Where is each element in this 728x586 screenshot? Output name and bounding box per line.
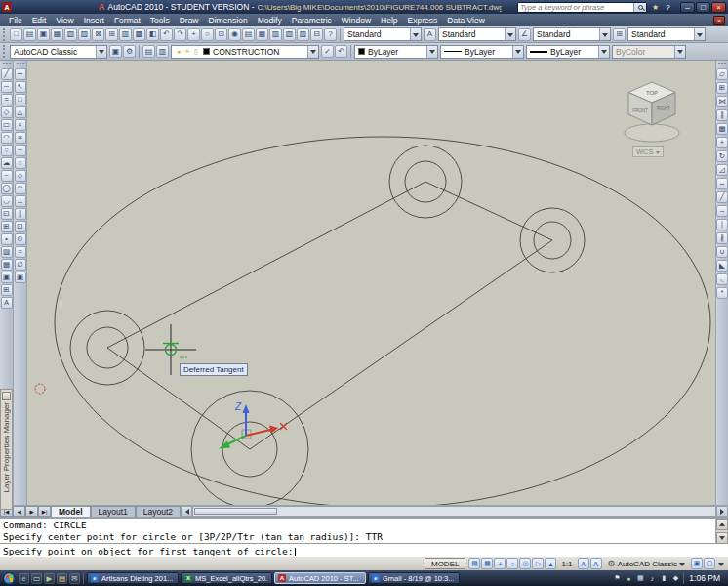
copy-icon[interactable]: ⊞ [716,82,728,94]
snap-node-icon[interactable]: ⊙ [15,233,26,245]
volume-icon[interactable]: ♪ [647,573,657,583]
quick-view-layouts-icon[interactable]: ▤ [468,558,480,569]
pan-realtime-icon[interactable]: + [187,28,200,41]
snap-intersection-icon[interactable]: × [15,119,26,131]
chevron-down-icon[interactable] [694,28,705,40]
rotate-icon[interactable]: ↻ [716,150,728,162]
status-menu-icon[interactable] [718,563,724,569]
chevron-down-icon[interactable] [410,28,421,40]
plot-style-combo[interactable]: ByColor [612,45,686,59]
scale-icon[interactable]: ◿ [716,164,728,176]
toolbar-window-lock-icon[interactable]: ▣ [691,558,703,569]
close-button[interactable]: × [711,2,726,13]
workspace-combo[interactable]: AutoCAD Classic [10,45,107,59]
annotation-visibility-icon[interactable]: A [578,558,589,569]
break-at-point-icon[interactable]: ∣ [716,219,728,230]
paste-icon[interactable]: ▥ [119,28,132,41]
scroll-right-icon[interactable] [716,506,728,517]
menu-dimension[interactable]: Dimension [204,14,253,26]
layer-combo[interactable]: ●☀▯ CONSTRUCTION [171,45,319,59]
chevron-down-icon[interactable] [96,46,106,58]
taskbar-button-internet-explorer[interactable]: eArtisans Dieting 201... [87,572,179,584]
fillet-icon[interactable]: ◟ [716,273,728,285]
circle-icon[interactable]: ○ [1,145,13,156]
open-icon[interactable]: ▤ [23,28,36,41]
zoom-icon[interactable]: ○ [506,558,518,569]
point-icon[interactable]: • [1,233,13,245]
line-icon[interactable]: ╱ [1,68,13,80]
join-icon[interactable]: ∪ [716,246,728,258]
scroll-left-icon[interactable] [181,506,192,517]
revision-cloud-icon[interactable]: ☁ [1,157,13,169]
help-icon[interactable]: ? [324,28,337,41]
multiline-text-icon[interactable]: A [1,297,13,309]
snap-insert-icon[interactable]: ⊡ [15,221,26,232]
pan-icon[interactable]: + [494,558,506,569]
gasket-geometry[interactable] [55,137,710,505]
workspace-switcher[interactable]: ⚙ AutoCAD Classic [605,558,688,569]
trim-icon[interactable]: ╱ [716,191,728,203]
show-desktop-icon[interactable]: ▭ [31,573,42,584]
zoom-window-icon[interactable]: ⊡ [215,28,227,41]
action-center-flag-icon[interactable]: ⚑ [612,573,622,583]
search-icon[interactable] [633,2,646,13]
extend-icon[interactable]: → [716,205,728,217]
save-workspace-icon[interactable]: ▣ [109,45,122,58]
quickcalc-icon[interactable]: ⊟ [310,28,323,41]
text-style-combo[interactable]: Standard [344,27,422,41]
snap-midpoint-icon[interactable]: △ [15,106,26,118]
minimize-button[interactable]: – [680,2,695,13]
snap-tangent-icon[interactable]: ◠ [15,183,26,194]
mirror-icon[interactable]: ⋈ [716,96,728,107]
menu-tools[interactable]: Tools [145,14,175,26]
model-space-button[interactable]: MODEL [425,558,465,569]
snap-from-icon[interactable]: ↖ [15,81,26,93]
ellipse-icon[interactable]: ◯ [1,183,13,194]
autocad-app-icon[interactable]: A [2,2,12,12]
snap-apparent-intersection-icon[interactable]: ∗ [15,132,26,144]
cut-icon[interactable]: ⊠ [92,28,104,41]
chevron-down-icon[interactable] [674,46,685,58]
snap-none-icon[interactable]: ∅ [15,259,26,271]
snap-extension-icon[interactable]: ┄ [15,145,26,156]
next-tab-icon[interactable]: ▶ [25,506,38,517]
menu-draw[interactable]: Draw [175,14,204,26]
menu-window[interactable]: Window [337,14,376,26]
internet-explorer-icon[interactable]: e [19,573,29,584]
snap-quadrant-icon[interactable]: ◇ [15,170,26,182]
tab-model[interactable]: Model [51,506,91,517]
layer-properties-manager-icon[interactable]: ▤ [142,45,155,58]
block-editor-icon[interactable]: ◧ [146,28,159,41]
offset-icon[interactable]: ∥ [716,109,728,121]
construction-line-icon[interactable]: ┄ [1,81,13,93]
menu-parametric[interactable]: Parametric [287,14,337,26]
windows-update-icon[interactable]: ● [624,573,633,583]
chamfer-icon[interactable]: ◣ [716,260,728,272]
chevron-down-icon[interactable] [599,28,610,40]
annotation-autoscale-icon[interactable]: A [590,558,602,569]
properties-palette-icon[interactable]: ▤ [242,28,255,41]
workspace-settings-icon[interactable]: ⚙ [123,45,136,58]
wcs-dropdown[interactable]: WCS [632,146,664,157]
menu-edit[interactable]: Edit [27,14,52,26]
toolbar-grip[interactable] [3,28,7,41]
lineweight-combo[interactable]: ByLayer [526,45,610,59]
spline-icon[interactable]: ~ [1,170,13,182]
menu-modify[interactable]: Modify [253,14,287,26]
zoom-previous-icon[interactable]: ◉ [228,28,241,41]
command-history[interactable]: Command: CIRCLE Specify center point for… [0,519,715,544]
undo-icon[interactable]: ↶ [160,28,173,41]
menu-help[interactable]: Help [376,14,402,26]
infocenter-help-icon[interactable]: ? [663,2,673,13]
snap-parallel-icon[interactable]: ∥ [15,208,26,220]
layer-on-bulb-icon[interactable]: ● [175,47,182,57]
chevron-down-icon[interactable] [512,46,523,58]
move-icon[interactable]: + [716,137,728,148]
erase-icon[interactable]: ▱ [716,68,728,80]
windows-explorer-icon[interactable]: ▤ [57,573,67,584]
horizontal-scrollbar[interactable] [181,506,728,517]
array-icon[interactable]: ▦ [716,123,728,135]
markup-set-manager-icon[interactable]: ▨ [297,28,309,41]
steering-wheels-icon[interactable]: ◎ [519,558,531,569]
snap-center-icon[interactable]: ○ [15,157,26,169]
